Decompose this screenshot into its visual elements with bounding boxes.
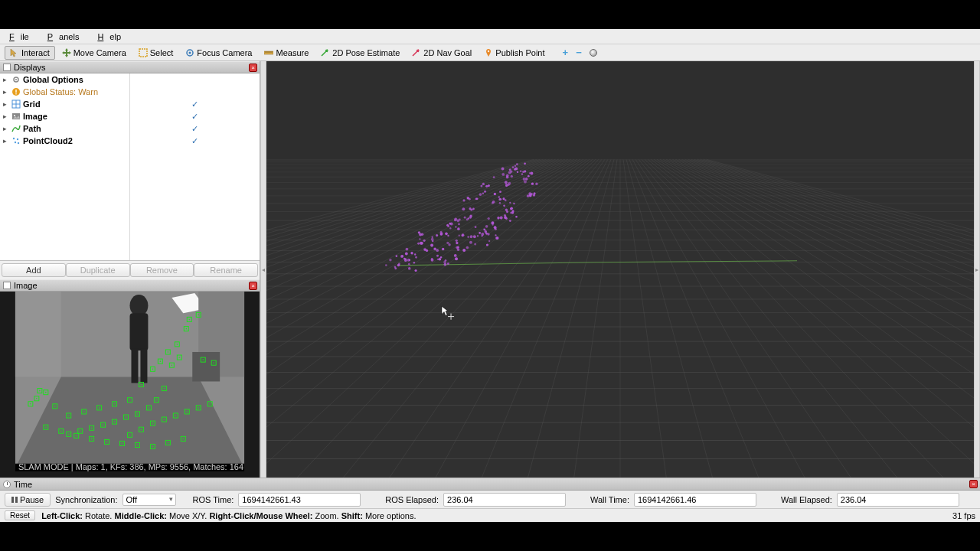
close-icon[interactable]: × xyxy=(249,64,257,72)
svg-point-119 xyxy=(91,439,93,440)
svg-point-343 xyxy=(528,175,530,178)
svg-point-253 xyxy=(436,234,438,236)
svg-point-292 xyxy=(485,185,488,187)
ros-elapsed-label: ROS Elapsed: xyxy=(385,495,439,504)
svg-point-323 xyxy=(513,203,514,205)
svg-point-273 xyxy=(419,233,422,236)
add-button[interactable]: Add xyxy=(2,263,66,277)
ros-time-field[interactable] xyxy=(238,493,361,507)
left-dock: Displays × ▸Global Options▸Global Status… xyxy=(0,61,260,478)
svg-point-378 xyxy=(456,246,459,249)
tree-item-global-options[interactable]: ▸Global Options xyxy=(0,73,129,86)
svg-point-231 xyxy=(394,266,397,268)
svg-point-254 xyxy=(447,235,449,236)
tool-label: Move Camera xyxy=(74,48,126,57)
svg-point-371 xyxy=(462,249,466,252)
pause-icon xyxy=(11,497,18,503)
tree-item-grid[interactable]: ▸Grid xyxy=(0,98,129,110)
svg-point-2 xyxy=(189,51,191,54)
time-panel-header[interactable]: Time × xyxy=(0,478,980,491)
wall-time-field[interactable] xyxy=(634,493,756,507)
tool-2d-pose-estimate[interactable]: 2D Pose Estimate xyxy=(315,46,405,60)
gear-icon xyxy=(11,75,21,84)
svg-point-311 xyxy=(516,163,518,165)
vertical-splitter[interactable]: ◂ xyxy=(260,61,266,478)
svg-point-272 xyxy=(417,243,420,245)
displays-buttons: Add Duplicate Remove Rename xyxy=(0,261,260,279)
svg-point-232 xyxy=(396,255,398,257)
menu-panels[interactable]: Panels xyxy=(41,31,92,43)
svg-point-131 xyxy=(182,439,184,440)
menu-help[interactable]: Help xyxy=(91,31,133,43)
tree-item-pointcloud2[interactable]: ▸PointCloud2 xyxy=(0,135,129,147)
svg-point-316 xyxy=(499,191,501,193)
svg-point-297 xyxy=(482,183,485,185)
tool-publish-point[interactable]: Publish Point xyxy=(479,46,550,60)
tool-select[interactable]: Select xyxy=(133,46,179,60)
focus-icon xyxy=(185,48,194,57)
svg-point-256 xyxy=(445,232,448,235)
tool-measure[interactable]: Measure xyxy=(259,46,314,60)
tree-item-value[interactable]: ✓ xyxy=(130,135,260,147)
close-icon[interactable]: × xyxy=(969,480,978,488)
svg-point-289 xyxy=(475,198,478,201)
tree-item-image[interactable]: ▸Image xyxy=(0,110,129,122)
close-icon[interactable]: × xyxy=(249,282,257,290)
svg-point-296 xyxy=(480,185,482,187)
toolbar-add-icon[interactable]: + xyxy=(560,47,572,58)
svg-point-115 xyxy=(60,430,62,432)
svg-point-365 xyxy=(408,267,410,269)
displays-panel-header[interactable]: Displays × xyxy=(0,61,260,73)
svg-point-21 xyxy=(17,139,18,140)
toolbar-misc-icon[interactable] xyxy=(590,49,597,57)
tree-item-value[interactable]: ✓ xyxy=(130,110,260,122)
sync-select[interactable]: Off xyxy=(122,494,176,506)
svg-point-346 xyxy=(523,178,526,181)
tree-item-path[interactable]: ▸Path xyxy=(0,122,129,135)
toolbar: Interact Move Camera Select Focus Camera… xyxy=(0,44,980,61)
duplicate-button[interactable]: Duplicate xyxy=(66,263,130,277)
tool-label: Select xyxy=(150,48,174,57)
ros-elapsed-field[interactable] xyxy=(443,493,566,507)
image-panel-view[interactable]: SLAM MODE | Maps: 1, KFs: 386, MPs: 9556… xyxy=(0,292,260,478)
tree-item-value[interactable]: ✓ xyxy=(130,122,260,135)
wall-elapsed-field[interactable] xyxy=(837,493,959,507)
svg-point-318 xyxy=(503,197,505,200)
tool-2d-nav-goal[interactable]: 2D Nav Goal xyxy=(407,46,477,60)
svg-point-401 xyxy=(505,217,508,220)
svg-point-22 xyxy=(15,142,16,143)
tree-item-value[interactable]: ✓ xyxy=(130,98,260,110)
reset-button[interactable]: Reset xyxy=(5,510,35,520)
svg-point-282 xyxy=(464,217,466,219)
tool-focus-camera[interactable]: Focus Camera xyxy=(180,46,257,60)
svg-point-57 xyxy=(160,360,162,362)
svg-point-404 xyxy=(495,236,498,240)
tree-item-global-status-warn[interactable]: ▸Global Status: Warn xyxy=(0,86,129,98)
svg-point-314 xyxy=(506,176,509,179)
tool-move-camera[interactable]: Move Camera xyxy=(57,46,132,60)
image-panel-header[interactable]: Image × xyxy=(0,279,260,292)
svg-point-416 xyxy=(473,235,476,238)
svg-point-376 xyxy=(446,242,449,244)
remove-button[interactable]: Remove xyxy=(130,263,194,277)
image-icon xyxy=(11,112,21,121)
3d-viewport[interactable] xyxy=(266,61,974,478)
svg-rect-430 xyxy=(15,497,18,503)
ros-time-label: ROS Time: xyxy=(193,495,234,504)
vertical-splitter-right[interactable]: ▸ xyxy=(974,61,980,478)
tool-interact[interactable]: Interact xyxy=(5,46,55,60)
grid-icon xyxy=(11,99,21,109)
rename-button[interactable]: Rename xyxy=(194,263,258,277)
svg-point-67 xyxy=(198,315,199,316)
svg-point-99 xyxy=(186,411,188,412)
svg-point-284 xyxy=(469,207,471,210)
svg-point-79 xyxy=(114,421,116,422)
toolbar-remove-icon[interactable]: − xyxy=(573,47,585,58)
pause-button[interactable]: Pause xyxy=(5,493,51,507)
displays-tree[interactable]: ▸Global Options▸Global Status: Warn▸Grid… xyxy=(0,73,260,261)
menu-file[interactable]: File xyxy=(3,31,41,43)
svg-rect-0 xyxy=(139,49,147,57)
svg-point-32 xyxy=(130,295,149,316)
svg-point-338 xyxy=(524,162,526,165)
svg-point-381 xyxy=(479,232,481,234)
